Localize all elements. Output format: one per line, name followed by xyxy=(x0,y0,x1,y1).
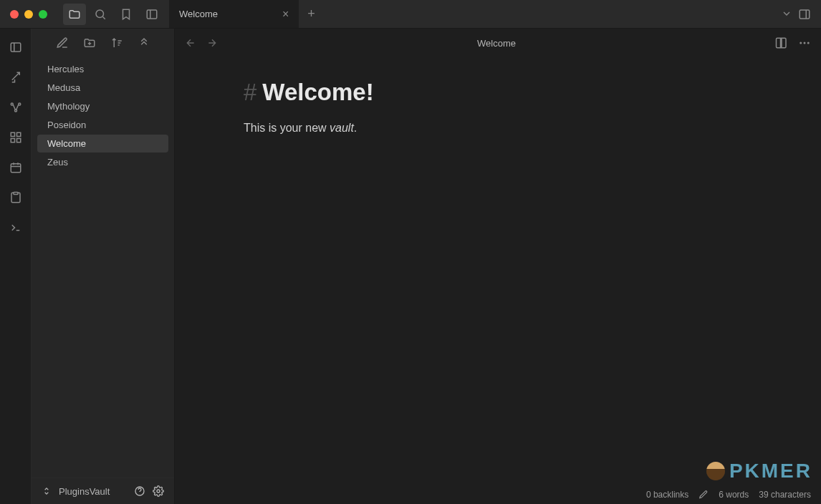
sidebar-footer: PluginsVault xyxy=(32,478,174,504)
main-container: Hercules Medusa Mythology Poseidon Welco… xyxy=(0,29,821,504)
tab-label: Welcome xyxy=(179,9,218,19)
word-count[interactable]: 6 words xyxy=(719,490,749,500)
panel-left-icon[interactable] xyxy=(140,4,163,25)
watermark: PKMER xyxy=(706,460,812,483)
titlebar-right xyxy=(781,8,821,21)
content-title: Welcome xyxy=(218,38,775,49)
sidebar-toolbar xyxy=(32,29,174,57)
quick-switcher-icon[interactable] xyxy=(6,37,26,57)
minimize-window-button[interactable] xyxy=(24,10,33,19)
new-note-icon[interactable] xyxy=(55,36,69,50)
body-italic: vault xyxy=(330,122,354,134)
tab-welcome[interactable]: Welcome × xyxy=(169,0,299,28)
window-controls xyxy=(0,10,57,19)
file-item[interactable]: Mythology xyxy=(37,97,168,115)
svg-point-15 xyxy=(800,42,802,44)
file-item[interactable]: Hercules xyxy=(37,60,168,78)
titlebar-toolbar xyxy=(63,4,163,25)
watermark-logo-icon xyxy=(706,462,725,480)
content-header: Welcome xyxy=(175,29,821,57)
graph-icon[interactable] xyxy=(6,97,26,117)
heading-marker: # xyxy=(244,79,256,105)
editor[interactable]: #Welcome! This is your new vault. xyxy=(175,57,821,485)
file-list: Hercules Medusa Mythology Poseidon Welco… xyxy=(32,57,174,478)
svg-rect-1 xyxy=(147,10,157,19)
file-item[interactable]: Zeus xyxy=(37,153,168,171)
heading-text: Welcome! xyxy=(262,79,373,105)
svg-rect-12 xyxy=(14,193,18,195)
more-options-icon[interactable] xyxy=(798,37,811,49)
close-window-button[interactable] xyxy=(10,10,19,19)
file-item[interactable]: Welcome xyxy=(37,135,168,152)
sidebar: Hercules Medusa Mythology Poseidon Welco… xyxy=(32,29,175,504)
command-palette-icon[interactable] xyxy=(6,218,26,238)
close-icon[interactable]: × xyxy=(282,8,289,21)
vault-name[interactable]: PluginsVault xyxy=(59,486,127,497)
svg-rect-9 xyxy=(11,139,14,142)
nav-arrows xyxy=(185,37,218,49)
svg-rect-11 xyxy=(11,164,21,173)
edit-mode-icon[interactable] xyxy=(698,490,709,500)
svg-point-5 xyxy=(14,110,16,112)
canvas-icon[interactable] xyxy=(6,127,26,147)
new-tab-button[interactable]: + xyxy=(299,6,324,21)
tab-dropdown-icon[interactable] xyxy=(781,8,792,21)
svg-point-0 xyxy=(96,10,104,18)
new-folder-icon[interactable] xyxy=(82,36,97,50)
tabs-area: Welcome × + xyxy=(169,0,781,28)
titlebar: Welcome × + xyxy=(0,0,821,29)
help-icon[interactable] xyxy=(134,485,145,497)
settings-icon[interactable] xyxy=(153,485,164,497)
svg-point-17 xyxy=(808,42,810,44)
svg-rect-10 xyxy=(16,139,20,142)
file-item[interactable]: Poseidon xyxy=(37,116,168,134)
sort-icon[interactable] xyxy=(110,36,124,50)
collapse-icon[interactable] xyxy=(137,36,151,50)
svg-rect-2 xyxy=(800,10,810,19)
reading-mode-icon[interactable] xyxy=(775,37,788,49)
forward-icon[interactable] xyxy=(206,37,218,49)
file-item[interactable]: Medusa xyxy=(37,79,168,97)
calendar-icon[interactable] xyxy=(6,158,26,178)
files-icon[interactable] xyxy=(63,4,86,25)
body-text: This is your new xyxy=(244,122,330,134)
svg-rect-7 xyxy=(11,132,14,136)
svg-rect-3 xyxy=(11,43,21,52)
body-text: . xyxy=(354,122,357,134)
search-icon[interactable] xyxy=(89,4,112,25)
backlinks-count[interactable]: 0 backlinks xyxy=(646,490,688,500)
ribbon xyxy=(0,29,32,504)
maximize-window-button[interactable] xyxy=(39,10,47,19)
heading: #Welcome! xyxy=(244,79,821,106)
daily-note-icon[interactable] xyxy=(6,67,26,87)
panel-right-icon[interactable] xyxy=(798,8,811,21)
templates-icon[interactable] xyxy=(6,188,26,208)
content-actions xyxy=(775,37,811,49)
content-area: Welcome #Welcome! This is your new vault… xyxy=(175,29,821,504)
char-count[interactable]: 39 characters xyxy=(759,490,811,500)
svg-point-16 xyxy=(804,42,805,44)
vault-switcher-icon[interactable] xyxy=(42,486,52,496)
bookmark-icon[interactable] xyxy=(115,4,138,25)
svg-rect-8 xyxy=(16,132,20,136)
back-icon[interactable] xyxy=(185,37,196,49)
body-paragraph: This is your new vault. xyxy=(244,122,821,135)
svg-point-14 xyxy=(157,490,160,493)
statusbar: 0 backlinks 6 words 39 characters xyxy=(175,485,821,504)
watermark-text: PKMER xyxy=(729,460,812,483)
